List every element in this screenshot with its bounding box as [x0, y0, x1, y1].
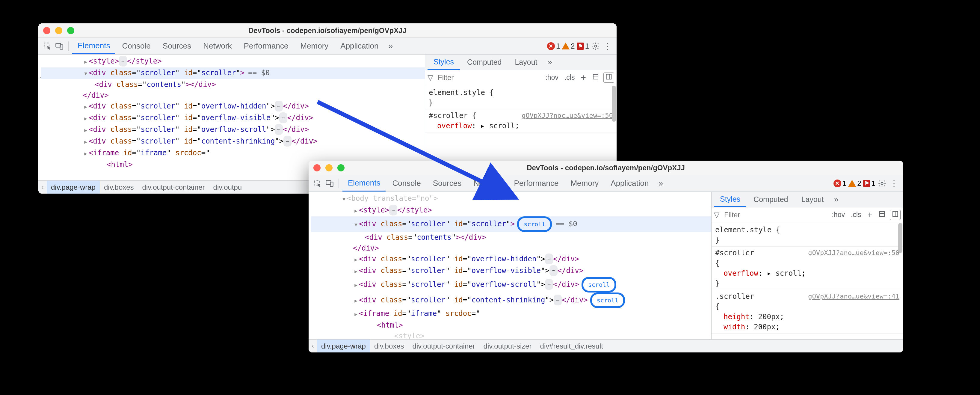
- tab-network[interactable]: Network: [198, 38, 237, 54]
- ellipsis-icon[interactable]: ⋯: [389, 205, 397, 215]
- scroll-badge[interactable]: scroll: [517, 217, 552, 232]
- new-style-button[interactable]: +: [865, 209, 874, 221]
- tree-row[interactable]: <body translate="no">: [311, 193, 711, 205]
- ellipsis-icon[interactable]: ⋯: [283, 136, 291, 147]
- tree-row[interactable]: <div class="scroller" id="overflow-hidde…: [41, 101, 425, 112]
- caret-icon[interactable]: [353, 205, 359, 217]
- tab-console[interactable]: Console: [387, 175, 426, 191]
- caret-icon[interactable]: [83, 112, 89, 124]
- style-rule[interactable]: element.style { }: [425, 86, 617, 109]
- hov-toggle[interactable]: :hov: [544, 73, 560, 82]
- scrollbar-vertical[interactable]: [612, 86, 616, 122]
- titlebar[interactable]: DevTools - codepen.io/sofiayem/pen/gOVpX…: [38, 23, 617, 38]
- minimize-window-button[interactable]: [55, 27, 62, 34]
- caret-icon[interactable]: [353, 308, 359, 320]
- tab-sources[interactable]: Sources: [428, 175, 467, 191]
- ellipsis-icon[interactable]: ⋯: [554, 295, 562, 306]
- close-window-button[interactable]: [313, 164, 321, 171]
- warnings-chip[interactable]: 2: [848, 179, 861, 188]
- kebab-menu-icon[interactable]: ⋮: [602, 41, 613, 51]
- ellipsis-icon[interactable]: ⋯: [545, 279, 553, 290]
- source-link[interactable]: gOVpXJJ?noc…ue&view=:50: [522, 111, 613, 121]
- tree-row[interactable]: <div class="scroller" id="overflow-visib…: [41, 112, 425, 124]
- tree-row[interactable]: <div class="scroller" id="overflow-scrol…: [41, 124, 425, 136]
- ellipsis-icon[interactable]: ⋯: [545, 253, 553, 264]
- crumb[interactable]: div#result_div.result: [536, 339, 607, 352]
- issues-chip[interactable]: ⚑1: [577, 42, 589, 50]
- kebab-menu-icon[interactable]: ⋮: [889, 178, 899, 189]
- caret-icon[interactable]: [83, 67, 89, 79]
- tree-row[interactable]: <div class="scroller" id="overflow-scrol…: [311, 277, 711, 293]
- tree-row[interactable]: <div class="scroller" id="overflow-hidde…: [311, 253, 711, 265]
- settings-icon[interactable]: [877, 178, 888, 189]
- caret-icon[interactable]: [353, 253, 359, 265]
- inspect-icon[interactable]: [312, 178, 323, 189]
- tab-application[interactable]: Application: [335, 38, 384, 54]
- cls-toggle[interactable]: .cls: [563, 73, 577, 82]
- errors-chip[interactable]: ✕1: [547, 42, 560, 50]
- more-tabs-icon[interactable]: »: [655, 178, 666, 189]
- filter-input[interactable]: [435, 72, 541, 83]
- filter-input[interactable]: [722, 210, 827, 220]
- cls-toggle[interactable]: .cls: [849, 210, 863, 219]
- more-tabs-icon[interactable]: »: [385, 41, 396, 51]
- tree-row[interactable]: <style>: [311, 331, 711, 339]
- device-toggle-icon[interactable]: [324, 178, 335, 189]
- crumb[interactable]: div.outpu: [209, 181, 246, 194]
- tree-row[interactable]: <div class="scroller" id="content-shrink…: [311, 293, 711, 308]
- caret-icon[interactable]: [353, 265, 359, 277]
- minimize-window-button[interactable]: [325, 164, 332, 171]
- tab-elements[interactable]: Elements: [342, 175, 386, 191]
- tree-row[interactable]: <style>⋯</style>: [311, 205, 711, 217]
- tab-memory[interactable]: Memory: [295, 38, 334, 54]
- tree-row[interactable]: <div class="scroller" id="content-shrink…: [41, 136, 425, 147]
- breadcrumb-prev-icon[interactable]: ‹: [309, 342, 317, 350]
- tree-row[interactable]: <div class="contents"></div>: [311, 232, 711, 243]
- tab-memory[interactable]: Memory: [565, 175, 604, 191]
- tab-performance[interactable]: Performance: [239, 38, 294, 54]
- tree-row-selected[interactable]: <div class="scroller" id="scroller">scro…: [311, 217, 711, 232]
- titlebar[interactable]: DevTools - codepen.io/sofiayem/pen/gOVpX…: [309, 161, 903, 175]
- style-rule[interactable]: #scrollergOVpXJJ?ano…ue&view=:50 { overf…: [711, 247, 903, 290]
- tab-application[interactable]: Application: [605, 175, 654, 191]
- tree-row[interactable]: <html>: [311, 320, 711, 331]
- computed-styles-icon[interactable]: [590, 73, 601, 83]
- sub-tab-styles[interactable]: Styles: [714, 192, 746, 207]
- caret-icon[interactable]: [353, 279, 359, 291]
- scroll-badge[interactable]: scroll: [590, 293, 625, 308]
- settings-icon[interactable]: [590, 41, 601, 51]
- warnings-chip[interactable]: 2: [562, 42, 574, 50]
- tree-row[interactable]: <iframe id="iframe" srcdoc=": [41, 147, 425, 159]
- computed-styles-icon[interactable]: [877, 210, 888, 220]
- maximize-window-button[interactable]: [67, 27, 74, 34]
- tab-sources[interactable]: Sources: [157, 38, 197, 54]
- close-window-button[interactable]: [43, 27, 50, 34]
- sub-tab-layout[interactable]: Layout: [509, 54, 543, 70]
- more-sub-tabs-icon[interactable]: »: [545, 57, 555, 68]
- source-link[interactable]: gOVpXJJ?ano…ue&view=:50: [808, 248, 899, 258]
- sub-tab-layout[interactable]: Layout: [795, 192, 830, 207]
- caret-icon[interactable]: [341, 193, 347, 205]
- elements-tree[interactable]: <body translate="no"> <style>⋯</style> <…: [309, 192, 711, 339]
- more-sub-tabs-icon[interactable]: »: [831, 194, 842, 205]
- hov-toggle[interactable]: :hov: [830, 210, 846, 219]
- tab-performance[interactable]: Performance: [509, 175, 564, 191]
- ellipsis-icon[interactable]: ⋯: [275, 101, 283, 111]
- caret-icon[interactable]: [353, 295, 359, 306]
- tree-row[interactable]: <div class="scroller" id="overflow-visib…: [311, 265, 711, 277]
- caret-icon[interactable]: [83, 101, 89, 112]
- errors-chip[interactable]: ✕1: [834, 179, 846, 188]
- tab-network[interactable]: Network: [468, 175, 507, 191]
- source-link[interactable]: gOVpXJJ?ano…ue&view=:41: [808, 291, 899, 301]
- sub-tab-computed[interactable]: Computed: [461, 54, 508, 70]
- ellipsis-icon[interactable]: ⋯: [119, 56, 127, 67]
- breadcrumb-prev-icon[interactable]: ‹: [38, 183, 47, 191]
- style-rule[interactable]: #scroller {gOVpXJJ?noc…ue&view=:50 overf…: [425, 109, 617, 132]
- tree-row[interactable]: <iframe id="iframe" srcdoc=": [311, 308, 711, 320]
- tree-row[interactable]: </div>: [311, 243, 711, 253]
- scrollbar-vertical[interactable]: [898, 223, 902, 253]
- tab-console[interactable]: Console: [116, 38, 156, 54]
- caret-icon[interactable]: [83, 147, 89, 159]
- new-style-button[interactable]: +: [579, 72, 588, 83]
- crumb[interactable]: div.boxes: [370, 339, 408, 352]
